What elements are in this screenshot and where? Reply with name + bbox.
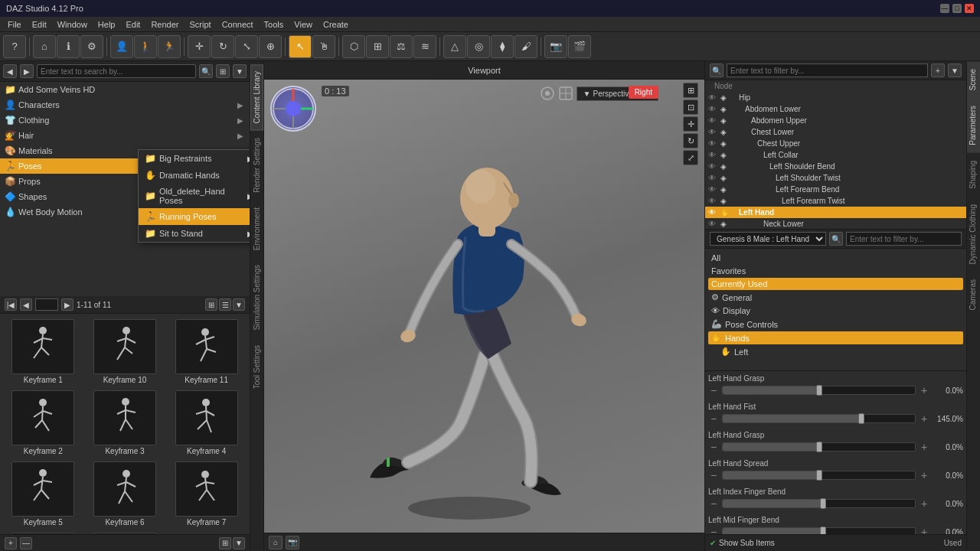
tree-item-characters[interactable]: 👤 Characters ▶ <box>0 97 250 112</box>
scene-node-left-forearm-twist[interactable]: 👁 ◈ Left Forearm Twist <box>705 195 966 207</box>
params-search-input[interactable] <box>846 232 962 246</box>
joint-tool[interactable]: ⊞ <box>366 35 389 58</box>
dropdown-old-hand-poses[interactable]: 📁 Old_delete_Hand Poses ▶ <box>139 184 250 208</box>
nav-forward[interactable]: ▶ <box>20 64 34 78</box>
bottom-view-btn[interactable]: ⊞ <box>219 537 231 549</box>
params-cat-favorites[interactable]: Favorites <box>708 265 963 277</box>
paint-tool[interactable]: 🖌 <box>514 35 537 58</box>
params-cat-pose-controls[interactable]: 🦾 Pose Controls <box>708 318 963 331</box>
tree-item-clothing[interactable]: 👕 Clothing ▶ <box>0 112 250 128</box>
thumbnail-kf2[interactable]: Keyframe 2 <box>3 388 83 458</box>
scene-node-left-shoulder-twist[interactable]: 👁 ◈ Left Shoulder Twist <box>705 172 966 184</box>
thumbnail-kf4[interactable]: Keyframe 4 <box>166 388 247 458</box>
help-button[interactable]: ? <box>3 35 26 58</box>
close-button[interactable]: ✕ <box>965 4 974 13</box>
right-tab-scene[interactable]: Scene <box>967 61 980 98</box>
slider-plus-index[interactable]: + <box>919 497 929 510</box>
dropdown-big-restraints[interactable]: 📁 Big Restraints ▶ <box>139 150 250 167</box>
universal-tool[interactable]: ⊕ <box>259 35 282 58</box>
content-search-input[interactable] <box>37 64 196 78</box>
scene-node-neck-lower[interactable]: 👁 ◈ Neck Lower <box>705 218 966 229</box>
rotate-tool[interactable]: ↻ <box>211 35 234 58</box>
slider-plus-grasp-top[interactable]: + <box>919 384 929 396</box>
menu-script[interactable]: Script <box>185 18 216 31</box>
nav-circle[interactable] <box>270 86 316 132</box>
menu-render[interactable]: Render <box>146 18 183 31</box>
weight-tool[interactable]: ⚖ <box>390 35 413 58</box>
scene-node-left-collar[interactable]: 👁 ◈ Left Collar <box>705 149 966 161</box>
nav-back[interactable]: ◀ <box>3 64 17 78</box>
scene-node-chest-lower[interactable]: 👁 ◈ Chest Lower <box>705 126 966 138</box>
maximize-button[interactable]: □ <box>952 4 962 13</box>
params-search-icon-btn[interactable]: 🔍 <box>829 232 843 246</box>
simulation-settings-tab[interactable]: Simulation Settings <box>250 258 263 337</box>
select-tool[interactable]: ↖ <box>289 35 312 58</box>
node-tool[interactable]: ⬡ <box>342 35 365 58</box>
menu-file[interactable]: File <box>3 18 26 31</box>
dropdown-running-poses[interactable]: 🏃 Running Poses <box>139 208 250 225</box>
menu-help[interactable]: Help <box>93 18 120 31</box>
slider-thumb-grasp-top[interactable] <box>816 385 822 396</box>
slider-thumb-index[interactable] <box>820 498 826 509</box>
menu-edit2[interactable]: Edit <box>121 18 145 31</box>
scene-node-chest-upper[interactable]: 👁 ◈ Chest Upper <box>705 138 966 149</box>
slider-minus-mid[interactable]: − <box>708 526 719 534</box>
camera-tool[interactable]: 📷 <box>544 35 567 58</box>
vp-expand-btn[interactable]: ⤢ <box>683 150 698 165</box>
page-next[interactable]: ▶ <box>61 298 74 311</box>
geometry-tool[interactable]: △ <box>443 35 466 58</box>
options-btn[interactable]: ▼ <box>233 298 245 311</box>
bottom-opts-btn[interactable]: ▼ <box>233 537 245 549</box>
scene-node-left-shoulder-bend[interactable]: 👁 ◈ Left Shoulder Bend <box>705 161 966 172</box>
slider-plus-fist[interactable]: + <box>919 412 929 425</box>
params-cat-currently-used[interactable]: Currently Used <box>708 278 963 290</box>
smooth-tool[interactable]: ◎ <box>467 35 490 58</box>
menu-tools[interactable]: Tools <box>260 18 289 31</box>
menu-window[interactable]: Window <box>53 18 92 31</box>
scene-search-btn[interactable]: 🔍 <box>710 64 724 77</box>
slider-minus-index[interactable]: − <box>708 497 719 510</box>
slider-thumb-grasp[interactable] <box>816 442 822 452</box>
right-tab-cameras[interactable]: Cameras <box>967 272 980 318</box>
render-button[interactable]: 🎬 <box>568 35 591 58</box>
params-cat-display[interactable]: 👁 Display <box>708 305 963 317</box>
right-view-btn[interactable]: Right <box>629 86 658 99</box>
list-view-btn[interactable]: ☰ <box>219 298 231 311</box>
thumbnail-kf10[interactable]: Keyframe 10 <box>85 317 165 386</box>
push-pull-tool[interactable]: ⧫ <box>491 35 514 58</box>
dropdown-sit-to-stand[interactable]: 📁 Sit to Stand ▶ <box>139 225 250 242</box>
slider-track-mid[interactable] <box>722 527 916 534</box>
info-button[interactable]: ℹ <box>57 35 80 58</box>
params-cat-general[interactable]: ⚙ General <box>708 291 963 304</box>
slider-minus-spread[interactable]: − <box>708 469 719 481</box>
slider-track-index[interactable] <box>722 499 916 508</box>
slider-minus-fist[interactable]: − <box>708 412 719 425</box>
environment-tab[interactable]: Environment <box>250 201 263 257</box>
params-cat-hands[interactable]: ✋ Hands <box>708 331 963 344</box>
move-tool[interactable]: ✛ <box>188 35 211 58</box>
grid-view-btn[interactable]: ⊞ <box>205 298 217 311</box>
slider-thumb-spread[interactable] <box>816 470 822 481</box>
scene-node-hip[interactable]: 👁 ◈ Hip <box>705 92 966 103</box>
vp-pan-btn[interactable]: ✛ <box>683 116 698 132</box>
vp-zoom-btn[interactable]: ⊞ <box>683 83 698 98</box>
scene-search-input[interactable] <box>727 64 928 77</box>
scene-node-left-forearm-bend[interactable]: 👁 ◈ Left Forearm Bend <box>705 184 966 195</box>
menu-create[interactable]: Create <box>318 18 353 31</box>
render-settings-tab[interactable]: Render Settings <box>250 131 263 200</box>
params-cat-left[interactable]: ✋ Left <box>708 345 963 358</box>
options-button[interactable]: ▼ <box>233 64 247 78</box>
params-selector[interactable]: Genesis 8 Male : Left Hand <box>710 232 826 246</box>
slider-track-grasp-top[interactable] <box>722 386 916 395</box>
slider-track-spread[interactable] <box>722 471 916 480</box>
scene-opts-btn[interactable]: ▼ <box>948 64 962 77</box>
home-button[interactable]: ⌂ <box>33 35 56 58</box>
page-input[interactable]: 1 <box>35 298 58 311</box>
scale-tool[interactable]: ⤡ <box>235 35 258 58</box>
menu-connect[interactable]: Connect <box>217 18 258 31</box>
thumbnail-kf3[interactable]: Keyframe 3 <box>85 388 165 458</box>
scene-add-btn[interactable]: + <box>931 64 945 77</box>
viewport-canvas[interactable]: 0 : 13 <box>264 80 704 533</box>
dropdown-dramatic-hands[interactable]: ✋ Dramatic Hands <box>139 167 250 184</box>
tree-item-add-veins[interactable]: 📁 Add Some Veins HD <box>0 82 250 97</box>
